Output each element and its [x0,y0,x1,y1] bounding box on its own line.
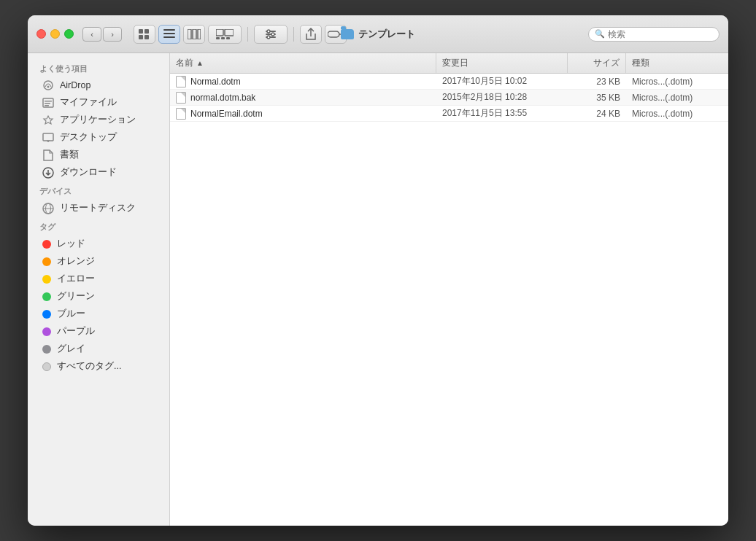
applications-icon [42,114,54,126]
tag-gray-dot [42,345,51,354]
table-row[interactable]: normal.dotm.bak 2015年2月18日 10:28 35 KB M… [170,90,728,106]
col-header-name[interactable]: 名前 ▲ [170,53,436,73]
file-icon [176,108,186,120]
myfiles-icon [42,97,54,109]
sidebar-item-label: リモートディスク [60,202,136,214]
table-row[interactable]: Normal.dotm 2017年10月5日 10:02 23 KB Micro… [170,74,728,90]
sidebar-item-label: オレンジ [57,255,95,268]
file-name-cell: NormalEmail.dotm [170,106,436,121]
sidebar-item-tag-all[interactable]: すべてのタグ... [31,358,166,375]
svg-rect-2 [139,35,143,39]
close-button[interactable] [36,29,46,39]
content-area: よく使う項目 AirDrop [28,53,728,526]
col-size-label: サイズ [593,57,620,69]
toolbar-separator2 [293,27,294,42]
table-row[interactable]: NormalEmail.dotm 2017年11月5日 13:55 24 KB … [170,106,728,122]
sidebar-item-tag-yellow[interactable]: イエロー [31,270,166,287]
view-list-button[interactable] [158,25,180,44]
view-column-button[interactable] [183,25,205,44]
documents-icon [42,149,54,161]
sidebar-item-applications[interactable]: アプリケーション [31,112,166,128]
sort-arrow: ▲ [196,59,204,67]
maximize-button[interactable] [64,29,74,39]
svg-rect-9 [198,29,201,39]
svg-rect-8 [193,29,196,39]
finder-window: ‹ › [28,15,728,526]
file-kind-cell: Micros...(.dotm) [626,90,728,105]
sidebar-item-tag-green[interactable]: グリーン [31,288,166,305]
sidebar-item-myfiles[interactable]: マイファイル [31,94,166,111]
col-kind-label: 種類 [632,57,649,69]
tag-yellow-dot [42,275,51,284]
svg-rect-13 [221,37,225,39]
search-bar[interactable]: 🔍 [588,27,720,42]
window-title: テンプレート [341,28,415,41]
sidebar-item-desktop[interactable]: デスクトップ [31,129,166,146]
tag-red-dot [42,240,51,249]
tag-purple-dot [42,327,51,336]
sidebar-item-tag-purple[interactable]: パープル [31,323,166,340]
tag-blue-dot [42,310,51,319]
svg-rect-27 [45,105,49,106]
search-input[interactable] [608,29,713,39]
sidebar-item-label: グレイ [57,343,85,355]
downloads-icon [42,167,54,179]
tag-green-dot [42,292,51,301]
minimize-button[interactable] [50,29,60,39]
svg-rect-28 [43,133,53,141]
file-size-cell: 23 KB [568,74,626,89]
svg-point-22 [44,81,53,90]
col-header-size[interactable]: サイズ [568,53,626,73]
file-list: Normal.dotm 2017年10月5日 10:02 23 KB Micro… [170,74,728,526]
svg-rect-0 [139,29,143,34]
back-button[interactable]: ‹ [82,27,101,42]
sidebar-item-tag-blue[interactable]: ブルー [31,305,166,322]
sidebar-item-tag-red[interactable]: レッド [31,236,166,252]
forward-button[interactable]: › [103,27,122,42]
sidebar-item-label: すべてのタグ... [57,360,121,373]
sidebar-tags-header: タグ [28,217,169,235]
sidebar-item-label: 書類 [60,149,79,161]
sidebar-item-label: ブルー [57,308,85,320]
toolbar-separator [247,27,248,42]
svg-rect-14 [226,37,230,39]
view-gallery-button[interactable] [208,25,242,44]
sidebar-item-airdrop[interactable]: AirDrop [31,77,166,93]
sidebar-item-downloads[interactable]: ダウンロード [31,164,166,181]
airdrop-icon [42,79,54,91]
col-date-label: 変更日 [442,57,468,69]
svg-rect-7 [188,29,191,39]
sidebar-item-label: ダウンロード [60,166,117,179]
title-text: テンプレート [358,28,415,41]
svg-rect-25 [45,101,52,102]
svg-point-23 [47,86,50,88]
sidebar-item-tag-gray[interactable]: グレイ [31,340,166,357]
sidebar-item-label: イエロー [57,273,95,285]
col-header-date[interactable]: 変更日 [436,53,568,73]
sidebar: よく使う項目 AirDrop [28,53,170,526]
svg-point-20 [267,36,270,39]
sidebar-devices-header: デバイス [28,182,169,199]
svg-rect-26 [45,103,50,104]
sidebar-item-label: AirDrop [60,80,90,90]
file-size-cell: 24 KB [568,106,626,121]
sidebar-item-label: デスクトップ [60,131,117,144]
file-kind-cell: Micros...(.dotm) [626,106,728,121]
file-kind-cell: Micros...(.dotm) [626,74,728,89]
svg-rect-21 [328,31,339,37]
svg-rect-5 [163,33,175,34]
action-button[interactable] [254,25,288,44]
sidebar-item-documents[interactable]: 書類 [31,147,166,163]
svg-rect-4 [163,29,175,31]
share-button[interactable] [300,25,322,44]
view-controls [134,25,347,44]
tag-orange-dot [42,257,51,266]
nav-buttons: ‹ › [82,27,122,42]
sidebar-item-tag-orange[interactable]: オレンジ [31,253,166,270]
col-header-kind[interactable]: 種類 [626,53,728,73]
file-icon [176,92,186,104]
view-icon-button[interactable] [134,25,155,44]
sidebar-item-remotedisk[interactable]: リモートディスク [31,200,166,217]
remotedisk-icon [42,203,54,214]
tag-all-dot [42,362,51,371]
